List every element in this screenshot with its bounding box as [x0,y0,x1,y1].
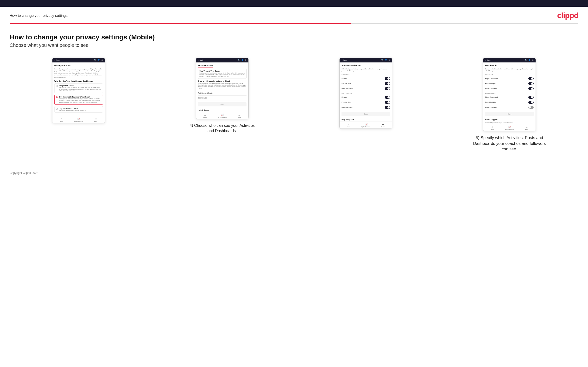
page-heading: How to change your privacy settings (Mob… [10,33,578,41]
coaches-manual-toggle[interactable] [385,87,390,90]
privacy-controls-title-1: Privacy Controls [54,64,103,67]
option-desc-everyone: Everyone on Clippd can search for you an… [59,87,102,92]
back-icon-1[interactable]: ‹ [54,59,55,61]
coaches-header-4: COACHES [485,74,534,75]
top-bar [0,0,588,7]
nav-menu-1[interactable]: ☰ Menu [94,118,97,122]
coaches-what-to-work-toggle[interactable] [528,87,534,90]
people-icon-4[interactable]: 👤 [528,59,531,61]
back-label-1[interactable]: Back [56,59,60,61]
highlight-title: Only You and Your Coach [199,70,245,72]
followers-round-insights-toggle[interactable] [528,101,534,104]
screenshot-col-4: ‹ Back 🔍 👤 ⚙ Dashboards Select the dashb… [441,58,578,152]
phone-topbar-3: ‹ Back 🔍 👤 ⚙ [340,58,392,62]
search-icon-3[interactable]: 🔍 [381,59,384,61]
phone-topbar-2: ‹ Back 🔍 👤 ⚙ [196,58,248,62]
followers-header-3: FOLLOWERS [341,93,390,94]
save-button-3[interactable]: Save [341,112,390,116]
radio-followers[interactable] [56,96,58,98]
coaches-rounds-toggle[interactable] [385,77,390,80]
search-icon-4[interactable]: 🔍 [525,59,527,61]
nav-home-1[interactable]: ⌂ Home [60,118,63,122]
followers-what-to-work-toggle[interactable] [528,106,534,109]
phone-topbar-4: ‹ Back 🔍 👤 ⚙ [483,58,536,62]
home-label-4: Home [491,128,494,130]
settings-icon-2[interactable]: ⚙ [245,59,247,61]
home-icon-4: ⌂ [492,126,493,128]
followers-manual-row: Manual Activities [341,105,390,110]
followers-player-dash-toggle[interactable] [528,96,534,99]
option-title-everyone: Everyone on Clippd [59,85,102,86]
followers-rounds-toggle[interactable] [385,96,390,99]
back-icon-2[interactable]: ‹ [198,59,199,61]
option-followers[interactable]: Only Approved Followers and Your Coach O… [54,95,103,104]
menu-icon-2: ☰ [238,114,241,116]
save-button-4[interactable]: Save [485,112,534,116]
back-label-3[interactable]: Back [343,59,347,61]
highlight-box: Only You and Your Coach Only you and the… [198,69,247,79]
coaches-player-dash-toggle[interactable] [528,77,534,80]
phone-mockup-4: ‹ Back 🔍 👤 ⚙ Dashboards Select the dashb… [483,58,536,131]
nav-home-2[interactable]: ⌂ Home [203,114,207,118]
option-title-coach: Only You and Your Coach [59,108,102,109]
who-can-see-title: Who Can See Your Activities and Dashboar… [54,80,103,82]
help-support-desc-4: Visit our Clippd community to troublesho… [483,122,536,124]
home-label-2: Home [203,117,207,118]
activities-posts-link[interactable]: Activities and Posts › [198,91,247,96]
bottom-nav-4: ⌂ Home 📈 My Performance ☰ Menu [483,124,536,131]
performance-icon-4: 📈 [508,126,511,128]
nav-home-3[interactable]: ⌂ Home [347,123,350,127]
coaches-manual-row: Manual Activities [341,86,390,91]
option-everyone[interactable]: Everyone on Clippd Everyone on Clippd ca… [54,83,103,93]
back-label-2[interactable]: Back [200,59,203,61]
screenshot-col-3: ‹ Back 🔍 👤 ⚙ Activities and Posts Select… [297,58,435,129]
screenshot-col-2: ‹ Back 🔍 👤 ⚙ Privacy Controls Only You a… [153,58,291,134]
nav-performance-2[interactable]: 📈 My Performance [218,114,227,118]
radio-everyone[interactable] [56,85,58,87]
dashboards-label: Dashboards [198,97,207,99]
followers-round-insights-row: Round Insights [485,100,534,105]
caption-1: 4) Choose who can see your Activities an… [189,123,256,134]
privacy-label-2: Privacy Controls [198,64,213,67]
dashboards-title-4: Dashboards [485,64,534,67]
people-icon-3[interactable]: 👤 [385,59,387,61]
settings-icon-1[interactable]: ⚙ [101,59,103,61]
search-icon-1[interactable]: 🔍 [94,59,96,61]
search-icon-2[interactable]: 🔍 [238,59,240,61]
dashboards-desc-4: Select the dashboards that you'd like to… [485,68,534,72]
bottom-nav-1: ⌂ Home 📈 My Performance ☰ Menu [52,116,105,123]
home-icon-3: ⌂ [348,123,349,126]
nav-menu-4[interactable]: ☰ Menu [525,126,528,130]
show-hide-desc: Regardless of the privacy controls that … [198,82,247,89]
settings-icon-4[interactable]: ⚙ [532,59,534,61]
back-icon-3[interactable]: ‹ [341,59,342,61]
dashboards-link[interactable]: Dashboards › [198,96,247,100]
back-label-4[interactable]: Back [487,59,491,61]
option-coach-only[interactable]: Only You and Your Coach Only you and the… [54,106,103,113]
people-icon-1[interactable]: 👤 [98,59,100,61]
show-hide-title: Show or hide specific features in Clippd [198,80,247,82]
coaches-round-insights-row: Round Insights [485,81,534,86]
people-icon-2[interactable]: 👤 [241,59,244,61]
nav-performance-1[interactable]: 📈 My Performance [74,118,83,122]
back-icon-4[interactable]: ‹ [485,59,486,61]
nav-performance-3[interactable]: 📈 My Performance [362,123,370,127]
followers-rounds-label: Rounds [341,96,347,98]
nav-home-4[interactable]: ⌂ Home [491,126,494,130]
followers-drills-toggle[interactable] [385,101,390,104]
nav-performance-4[interactable]: 📈 My Performance [505,126,514,130]
nav-menu-3[interactable]: ☰ Menu [381,123,385,127]
followers-manual-toggle[interactable] [385,106,390,109]
home-label-3: Home [347,126,350,127]
menu-label-1: Menu [94,121,97,122]
logo: clippd [557,11,578,20]
save-button-2[interactable]: Save [198,102,247,106]
nav-menu-2[interactable]: ☰ Menu [238,114,241,118]
radio-coach[interactable] [56,108,58,110]
settings-icon-3[interactable]: ⚙ [388,59,390,61]
coaches-drills-toggle[interactable] [385,82,390,85]
followers-round-insights-label: Round Insights [485,101,495,103]
coaches-round-insights-toggle[interactable] [528,82,534,85]
home-icon-1: ⌂ [61,118,62,120]
phone-content-3: Activities and Posts Select the types of… [340,62,392,118]
